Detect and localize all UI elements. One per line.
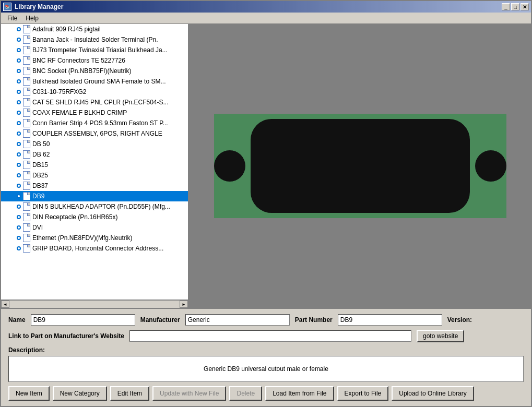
minimize-button[interactable]: _ bbox=[502, 3, 510, 10]
tree-item-icon bbox=[17, 48, 21, 52]
file-icon bbox=[23, 25, 30, 33]
file-icon bbox=[23, 234, 30, 242]
tree-item[interactable]: COAX FEMALE F BLKHD CRIMP bbox=[1, 107, 188, 118]
manufacturer-input[interactable] bbox=[185, 314, 290, 326]
description-label: Description: bbox=[8, 346, 524, 354]
tree-item-icon bbox=[17, 194, 21, 198]
title-bar: 📚 Library Manager _ □ ✕ bbox=[1, 1, 531, 13]
main-content: Adafruit 909 RJ45 pigtailBanana Jack - I… bbox=[1, 24, 531, 308]
file-icon bbox=[23, 56, 30, 65]
tree-item-icon bbox=[17, 79, 21, 83]
tree-item-label: BJ73 Trompeter Twinaxial Triaxial Bulkhe… bbox=[32, 46, 168, 54]
tree-item-label: DB15 bbox=[32, 161, 48, 169]
tree-item-icon bbox=[17, 152, 21, 157]
file-icon bbox=[23, 223, 30, 232]
component-black-body bbox=[251, 119, 470, 213]
tree-item[interactable]: DIN 5 BULKHEAD ADAPTOR (Pn.DD55F) (Mfg..… bbox=[1, 201, 188, 212]
tree-item-label: C031-10-75RFXG2 bbox=[32, 88, 86, 95]
tree-item[interactable]: CAT 5E SHLD RJ45 PNL CPLR (Pn.ECF504-S..… bbox=[1, 97, 188, 107]
manufacturer-label: Manufacturer bbox=[140, 316, 180, 324]
menu-file[interactable]: File bbox=[3, 14, 21, 23]
tree-item-icon bbox=[17, 163, 21, 167]
tree-item[interactable]: DIN Receptacle (Pn.16HR65x) bbox=[1, 212, 188, 222]
description-text: Generic DB9 universal cutout male or fem… bbox=[204, 365, 328, 373]
file-icon bbox=[23, 88, 30, 96]
component-pin-left bbox=[214, 150, 245, 182]
tree-item-label: DB 62 bbox=[32, 151, 50, 158]
tree-item-label: DB25 bbox=[32, 172, 48, 179]
tree-item[interactable]: DB9 bbox=[1, 191, 188, 201]
export-button[interactable]: Export to File bbox=[337, 386, 389, 401]
new-category-button[interactable]: New Category bbox=[53, 386, 107, 401]
tree-item[interactable]: BNC Socket (Pn.NBB75FI)(Neutrik) bbox=[1, 66, 188, 76]
right-panel bbox=[189, 24, 531, 308]
tree-item-icon bbox=[17, 184, 21, 188]
tree-item-icon bbox=[17, 246, 21, 250]
main-window: 📚 Library Manager _ □ ✕ File Help Adafru… bbox=[0, 0, 532, 407]
tree-item[interactable]: COUPLER ASSEMBLY, 6POS, RIGHT ANGLE bbox=[1, 128, 188, 139]
description-section: Generic DB9 universal cutout male or fem… bbox=[8, 356, 524, 382]
tree-item-label: DB 50 bbox=[32, 140, 50, 148]
partnum-input[interactable] bbox=[338, 314, 442, 326]
file-icon bbox=[23, 171, 30, 179]
tree-item[interactable]: BJ73 Trompeter Twinaxial Triaxial Bulkhe… bbox=[1, 45, 188, 55]
load-item-button[interactable]: Load Item from File bbox=[265, 386, 334, 401]
app-icon: 📚 bbox=[3, 3, 11, 11]
tree-item[interactable]: Ethernet (Pn.NE8FDV)(Mfg.Neutrik) bbox=[1, 233, 188, 243]
tree-item[interactable]: DVI bbox=[1, 222, 188, 233]
new-item-button[interactable]: New Item bbox=[8, 386, 50, 401]
button-row: New Item New Category Edit Item Update w… bbox=[8, 386, 524, 401]
edit-item-button[interactable]: Edit Item bbox=[110, 386, 149, 401]
file-icon bbox=[23, 192, 30, 200]
tree-item-icon bbox=[17, 90, 21, 94]
left-panel: Adafruit 909 RJ45 pigtailBanana Jack - I… bbox=[1, 24, 189, 308]
tree-item[interactable]: DB 62 bbox=[1, 149, 188, 160]
upload-button[interactable]: Upload to Online Library bbox=[392, 386, 474, 401]
tree-item-label: DIN 5 BULKHEAD ADAPTOR (Pn.DD55F) (Mfg..… bbox=[32, 203, 170, 210]
maximize-button[interactable]: □ bbox=[511, 3, 519, 10]
title-bar-text: 📚 Library Manager bbox=[3, 3, 63, 11]
tree-item-label: DB37 bbox=[32, 182, 48, 189]
file-icon bbox=[23, 161, 30, 169]
tree-item[interactable]: Banana Jack - Insulated Solder Terminal … bbox=[1, 34, 188, 45]
file-icon bbox=[23, 244, 30, 253]
name-input[interactable] bbox=[31, 314, 135, 326]
partnum-label: Part Number bbox=[295, 316, 333, 324]
tree-item-label: BNC RF Connectors TE 5227726 bbox=[32, 57, 125, 64]
tree-item-label: Ethernet (Pn.NE8FDV)(Mfg.Neutrik) bbox=[32, 234, 132, 242]
file-icon bbox=[23, 119, 30, 127]
horizontal-scrollbar[interactable]: ◄ ► bbox=[1, 300, 188, 308]
file-icon bbox=[23, 67, 30, 75]
tree-item[interactable]: DB 50 bbox=[1, 139, 188, 149]
close-button[interactable]: ✕ bbox=[521, 3, 529, 10]
tree-item-label: Adafruit 909 RJ45 pigtail bbox=[32, 26, 101, 33]
menu-help[interactable]: Help bbox=[21, 14, 43, 23]
update-new-file-button[interactable]: Update with New File bbox=[152, 386, 226, 401]
file-icon bbox=[23, 182, 30, 190]
tree-item-label: DB9 bbox=[32, 193, 44, 200]
tree-item[interactable]: Conn Barrier Strip 4 POS 9.53mm Faston S… bbox=[1, 118, 188, 128]
tree-item[interactable]: Bulkhead Isolated Ground SMA Female to S… bbox=[1, 76, 188, 87]
goto-website-button[interactable]: goto website bbox=[417, 330, 464, 342]
tree-item-icon bbox=[17, 173, 21, 177]
tree-item[interactable]: GRIP BOARD, Horizontal Connector Address… bbox=[1, 243, 188, 254]
tree-item[interactable]: DB25 bbox=[1, 170, 188, 181]
tree-item[interactable]: BNC RF Connectors TE 5227726 bbox=[1, 55, 188, 66]
bottom-panel: Name Manufacturer Part Number Version: L… bbox=[1, 308, 531, 406]
tree-item-label: GRIP BOARD, Horizontal Connector Address… bbox=[32, 245, 163, 252]
tree-item-label: CAT 5E SHLD RJ45 PNL CPLR (Pn.ECF504-S..… bbox=[32, 99, 169, 106]
website-input[interactable] bbox=[129, 330, 411, 342]
tree-item-icon bbox=[17, 111, 21, 115]
file-icon bbox=[23, 140, 30, 148]
tree-item-label: Conn Barrier Strip 4 POS 9.53mm Faston S… bbox=[32, 119, 168, 127]
tree-item[interactable]: Adafruit 909 RJ45 pigtail bbox=[1, 24, 188, 34]
tree-container[interactable]: Adafruit 909 RJ45 pigtailBanana Jack - I… bbox=[1, 24, 188, 300]
menu-bar: File Help bbox=[1, 13, 531, 24]
delete-button[interactable]: Delete bbox=[229, 386, 262, 401]
tree-item-label: Bulkhead Isolated Ground SMA Female to S… bbox=[32, 78, 165, 85]
file-icon bbox=[23, 150, 30, 159]
tree-item-label: DVI bbox=[32, 224, 43, 231]
tree-item[interactable]: DB15 bbox=[1, 160, 188, 170]
tree-item[interactable]: C031-10-75RFXG2 bbox=[1, 87, 188, 97]
tree-item[interactable]: DB37 bbox=[1, 181, 188, 191]
